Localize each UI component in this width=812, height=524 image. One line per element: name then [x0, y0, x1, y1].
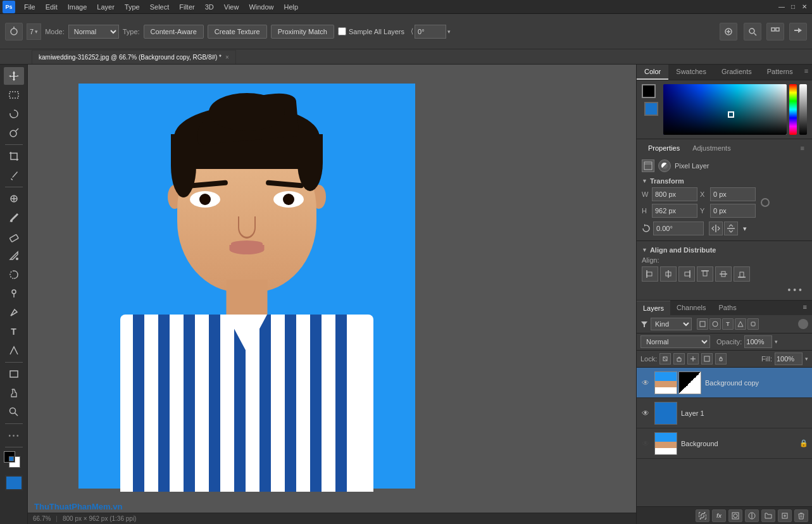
- color-picker-cursor[interactable]: [728, 111, 734, 118]
- color-spectrum[interactable]: [663, 84, 787, 135]
- search-button[interactable]: [744, 23, 761, 41]
- tab-properties[interactable]: Properties: [642, 142, 686, 154]
- color-panel-options[interactable]: ≡: [801, 65, 812, 80]
- flip-horizontal-button[interactable]: [709, 221, 723, 235]
- align-left-edges-button[interactable]: [642, 266, 658, 282]
- constrain-proportions-button[interactable]: [759, 189, 771, 216]
- layer-visibility-1[interactable]: 👁: [640, 408, 651, 418]
- tab-gradients[interactable]: Gradients: [714, 65, 759, 80]
- layer-item-background[interactable]: 👁 Background 🔒: [637, 428, 812, 459]
- tab-color[interactable]: Color: [637, 65, 668, 80]
- text-tool[interactable]: T: [4, 323, 24, 340]
- marquee-tool[interactable]: [4, 86, 24, 104]
- layer-item-background-copy[interactable]: 👁 Background copy: [637, 368, 812, 398]
- x-input[interactable]: [710, 187, 756, 201]
- rotation-input[interactable]: [653, 221, 704, 235]
- add-layer-mask-button[interactable]: [728, 509, 742, 522]
- lock-position-button[interactable]: [687, 353, 699, 365]
- blur-tool[interactable]: [4, 266, 24, 284]
- height-input[interactable]: [652, 204, 697, 218]
- layer-visibility-toggle[interactable]: [798, 319, 808, 329]
- pen-tool[interactable]: [4, 304, 24, 321]
- menu-layer[interactable]: Layer: [92, 2, 120, 12]
- tab-paths[interactable]: Paths: [713, 301, 743, 315]
- dodge-tool[interactable]: [4, 285, 24, 303]
- menu-help[interactable]: Help: [279, 2, 304, 12]
- tab-close-button[interactable]: ×: [225, 54, 229, 61]
- active-tab[interactable]: kamiwedding-316252.jpg @ 66.7% (Backgrou…: [32, 50, 236, 64]
- layer-visibility-0[interactable]: 👁: [640, 378, 651, 388]
- move-tool[interactable]: [4, 67, 24, 85]
- eraser-tool[interactable]: [4, 228, 24, 246]
- lasso-tool[interactable]: [4, 105, 24, 123]
- align-right-edges-button[interactable]: [678, 266, 695, 282]
- tool-options-button[interactable]: [5, 23, 23, 41]
- menu-image[interactable]: Image: [63, 2, 92, 12]
- tab-layers[interactable]: Layers: [637, 301, 670, 315]
- brush-tool[interactable]: [4, 209, 24, 227]
- flip-vertical-button[interactable]: [724, 221, 738, 235]
- tab-patterns[interactable]: Patterns: [759, 65, 801, 80]
- align-more-button[interactable]: • • •: [783, 284, 807, 296]
- alpha-strip[interactable]: [799, 84, 807, 135]
- align-bottom-edges-button[interactable]: [734, 266, 750, 282]
- lock-all-button[interactable]: [715, 353, 727, 365]
- menu-view[interactable]: View: [219, 2, 244, 12]
- properties-options[interactable]: ≡: [798, 142, 807, 154]
- color-swatches[interactable]: [4, 451, 24, 471]
- filter-type-icon[interactable]: T: [722, 318, 734, 330]
- rectangle-tool[interactable]: [4, 365, 24, 383]
- fill-input[interactable]: [775, 352, 803, 365]
- link-layers-button[interactable]: [696, 509, 709, 522]
- filter-adjustment-icon[interactable]: [709, 318, 721, 330]
- hand-tool[interactable]: [4, 384, 24, 402]
- angle-dropdown-icon[interactable]: ▾: [447, 28, 451, 35]
- minimize-button[interactable]: —: [777, 2, 787, 12]
- mode-select[interactable]: Normal: [68, 25, 119, 39]
- tab-channels[interactable]: Channels: [670, 301, 712, 315]
- filter-shape-icon[interactable]: [735, 318, 746, 330]
- lock-transparent-pixels-button[interactable]: [659, 353, 671, 365]
- foreground-color[interactable]: [5, 475, 23, 490]
- align-header[interactable]: ▼ Align and Distribute: [642, 244, 807, 256]
- new-fill-adjustment-button[interactable]: [745, 509, 759, 522]
- opacity-dropdown[interactable]: ▾: [775, 339, 778, 345]
- layers-panel-options[interactable]: ≡: [798, 301, 812, 315]
- blend-mode-select[interactable]: Normal: [640, 335, 710, 348]
- menu-file[interactable]: File: [19, 2, 41, 12]
- layer-item-layer1[interactable]: 👁 Layer 1: [637, 398, 812, 428]
- maximize-button[interactable]: □: [788, 2, 798, 12]
- tab-swatches[interactable]: Swatches: [668, 65, 714, 80]
- layer-filter-select[interactable]: Kind: [651, 318, 692, 330]
- path-selection-tool[interactable]: [4, 342, 24, 359]
- align-top-edges-button[interactable]: [697, 266, 713, 282]
- tool-dropdown-icon[interactable]: ▾: [35, 28, 38, 35]
- content-aware-button[interactable]: Content-Aware: [144, 25, 204, 39]
- dropdown-icon[interactable]: ▾: [743, 225, 747, 233]
- menu-type[interactable]: Type: [120, 2, 145, 12]
- lock-image-pixels-button[interactable]: [673, 353, 685, 365]
- hue-strip[interactable]: [789, 84, 797, 135]
- background-color-box[interactable]: [644, 102, 658, 116]
- share-button[interactable]: [789, 23, 807, 41]
- crop-tool[interactable]: [4, 147, 24, 165]
- transform-header[interactable]: ▼ Transform: [642, 175, 807, 187]
- align-horizontal-centers-button[interactable]: [660, 266, 677, 282]
- opacity-input[interactable]: [744, 335, 772, 348]
- create-texture-button[interactable]: Create Texture: [208, 25, 267, 39]
- foreground-color-box[interactable]: [642, 84, 656, 98]
- layer-visibility-2[interactable]: 👁: [640, 439, 651, 449]
- lock-artboard-button[interactable]: [701, 353, 713, 365]
- menu-filter[interactable]: Filter: [174, 2, 199, 12]
- quick-selection-tool[interactable]: [4, 124, 24, 142]
- layer-effects-button[interactable]: fx: [712, 509, 726, 522]
- more-tools[interactable]: • • •: [4, 427, 24, 444]
- close-button[interactable]: ✕: [799, 2, 809, 12]
- arrange-button[interactable]: [766, 23, 784, 41]
- eyedropper-tool[interactable]: [4, 166, 24, 184]
- zoom-tool[interactable]: [4, 403, 24, 421]
- menu-window[interactable]: Window: [244, 2, 278, 12]
- healing-tool[interactable]: [4, 190, 24, 208]
- healing-options-button[interactable]: [720, 23, 737, 41]
- new-group-button[interactable]: [761, 509, 775, 522]
